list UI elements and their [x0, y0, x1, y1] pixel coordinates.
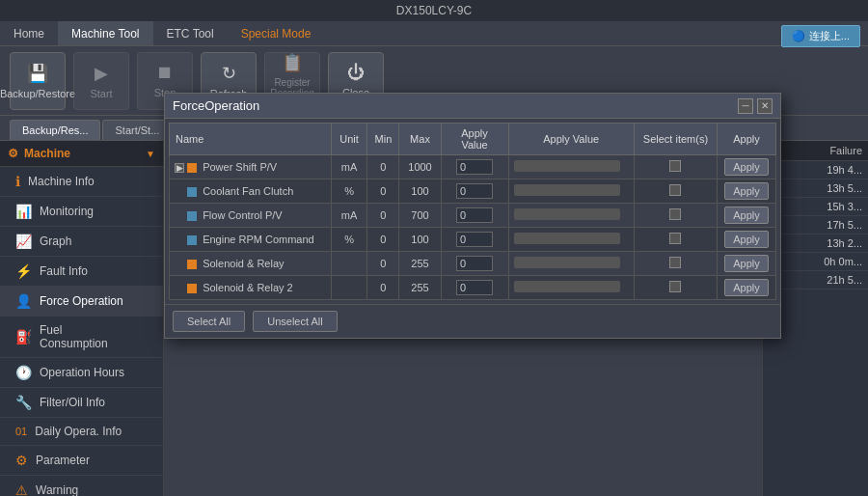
- select-checkbox[interactable]: [669, 160, 681, 172]
- info-icon: ℹ: [15, 174, 20, 189]
- force-row-apply-cell: Apply: [718, 204, 776, 228]
- select-checkbox[interactable]: [669, 233, 681, 244]
- force-operation-modal: ForceOperation ─ ✕ Name Unit Min Max App…: [164, 93, 781, 339]
- force-row-name-text: Coolant Fan Clutch: [203, 185, 293, 197]
- sidebar-daily-label: Daily Opera. Info: [35, 425, 122, 438]
- backup-label: Backup/Restore: [0, 88, 75, 99]
- nav-special-mode[interactable]: Special Mode: [228, 21, 325, 45]
- slider-bar[interactable]: [514, 208, 620, 220]
- graph-icon: 📈: [15, 234, 32, 249]
- apply-row-button[interactable]: Apply: [724, 158, 769, 176]
- sidebar-machine-info-label: Machine Info: [28, 175, 95, 188]
- force-row-checkbox-cell: [634, 252, 717, 276]
- force-row-name-text: Solenoid & Relay: [203, 258, 284, 269]
- force-row-name-text: Solenoid & Relay 2: [203, 282, 293, 293]
- apply-value-input[interactable]: [456, 159, 493, 175]
- apply-row-button[interactable]: Apply: [724, 231, 769, 248]
- nav-etc-tool[interactable]: ETC Tool: [153, 21, 228, 45]
- sidebar-item-monitoring[interactable]: 📊 Monitoring: [0, 197, 163, 227]
- select-checkbox[interactable]: [669, 208, 681, 220]
- force-row-name: Solenoid & Relay 2: [170, 276, 332, 300]
- connect-icon: 🔵: [792, 30, 805, 42]
- apply-value-input[interactable]: [456, 183, 493, 199]
- slider-bar[interactable]: [514, 257, 620, 268]
- apply-row-button[interactable]: Apply: [724, 279, 769, 296]
- sidebar-item-force-operation[interactable]: 👤 Force Operation: [0, 287, 163, 317]
- sidebar-item-filter-oil[interactable]: 🔧 Filter/Oil Info: [0, 388, 163, 418]
- force-row-apply-input-cell: [441, 179, 508, 204]
- apply-value-input[interactable]: [456, 256, 493, 271]
- force-row-apply-input-cell: [441, 276, 508, 300]
- nav-machine-tool[interactable]: Machine Tool: [58, 21, 153, 45]
- slider-bar[interactable]: [514, 160, 620, 172]
- warning-icon: ⚠: [15, 482, 28, 496]
- slider-bar[interactable]: [514, 233, 620, 244]
- sidebar-fault-label: Fault Info: [40, 264, 88, 278]
- force-table-row: Coolant Fan Clutch % 0 100 Apply: [170, 179, 776, 204]
- sidebar-force-label: Force Operation: [40, 294, 123, 308]
- row-color-icon: [187, 235, 197, 245]
- sidebar-item-machine-info[interactable]: ℹ Machine Info: [0, 167, 163, 197]
- tab-start-st[interactable]: Start/St...: [102, 120, 172, 140]
- force-row-name: Solenoid & Relay: [170, 252, 332, 276]
- unselect-all-button[interactable]: Unselect All: [253, 311, 337, 332]
- force-row-unit: mA: [331, 155, 367, 179]
- sidebar-item-warning[interactable]: ⚠ Warning: [0, 476, 163, 496]
- force-icon: 👤: [15, 293, 32, 309]
- slider-bar[interactable]: [514, 184, 620, 196]
- refresh-icon: ↻: [222, 63, 236, 84]
- expand-btn[interactable]: ▶: [175, 163, 184, 173]
- apply-value-input[interactable]: [456, 280, 493, 295]
- nav-home[interactable]: Home: [0, 21, 58, 45]
- connect-button[interactable]: 🔵 连接上...: [781, 25, 860, 47]
- apply-value-input[interactable]: [456, 207, 493, 223]
- force-row-checkbox-cell: [634, 276, 717, 300]
- col-min: Min: [367, 124, 399, 155]
- sidebar-item-parameter[interactable]: ⚙ Parameter: [0, 446, 163, 476]
- force-row-apply-cell: Apply: [718, 252, 776, 276]
- select-all-button[interactable]: Select All: [173, 311, 245, 332]
- modal-minimize-button[interactable]: ─: [738, 98, 753, 114]
- force-row-name: ▶ Power Shift P/V: [170, 155, 332, 179]
- register-icon: 📋: [282, 52, 303, 73]
- modal-controls: ─ ✕: [738, 98, 773, 114]
- sidebar-item-daily-opera[interactable]: 01 Daily Opera. Info: [0, 418, 163, 446]
- tab-backup-res[interactable]: Backup/Res...: [10, 120, 100, 140]
- slider-bar[interactable]: [514, 281, 620, 292]
- start-button[interactable]: ▶ Start: [73, 52, 129, 110]
- select-checkbox[interactable]: [669, 184, 681, 196]
- sidebar-item-fault-info[interactable]: ⚡ Fault Info: [0, 257, 163, 287]
- sidebar-item-operation-hours[interactable]: 🕐 Operation Hours: [0, 358, 163, 388]
- apply-row-button[interactable]: Apply: [724, 255, 769, 272]
- sidebar-item-graph[interactable]: 📈 Graph: [0, 227, 163, 257]
- modal-close-button[interactable]: ✕: [757, 98, 773, 114]
- apply-row-button[interactable]: Apply: [724, 182, 769, 200]
- force-row-max: 100: [399, 228, 441, 252]
- sidebar-item-fuel-consumption[interactable]: ⛽ FuelConsumption: [0, 317, 163, 358]
- sidebar-hours-label: Operation Hours: [40, 366, 124, 379]
- col-apply-val2: Apply Value: [508, 124, 634, 155]
- title-bar: DX150LCY-9C: [0, 0, 868, 21]
- sidebar-parameter-label: Parameter: [36, 454, 90, 467]
- force-row-min: 0: [367, 179, 399, 204]
- sidebar-chevron: ▼: [146, 149, 155, 159]
- sidebar-section-label: Machine: [24, 147, 70, 160]
- apply-row-button[interactable]: Apply: [724, 207, 769, 224]
- col-name: Name: [170, 124, 332, 155]
- col-unit: Unit: [331, 124, 367, 155]
- modal-footer: Select All Unselect All: [165, 304, 780, 338]
- col-max: Max: [399, 124, 441, 155]
- clock-icon: 🕐: [15, 365, 32, 380]
- force-table-row: Flow Control P/V mA 0 700 Apply: [170, 204, 776, 228]
- select-checkbox[interactable]: [669, 281, 681, 292]
- parameter-icon: ⚙: [15, 453, 28, 468]
- apply-value-input[interactable]: [456, 232, 493, 247]
- select-checkbox[interactable]: [669, 257, 681, 268]
- force-row-slider-cell: [508, 228, 634, 252]
- sidebar-fuel-label: FuelConsumption: [40, 323, 108, 350]
- force-row-unit: %: [331, 228, 367, 252]
- backup-restore-button[interactable]: 💾 Backup/Restore: [10, 52, 66, 110]
- force-row-name-text: Flow Control P/V: [203, 209, 283, 221]
- backup-icon: 💾: [27, 63, 48, 84]
- force-operation-table: Name Unit Min Max Apply Value Apply Valu…: [169, 123, 776, 300]
